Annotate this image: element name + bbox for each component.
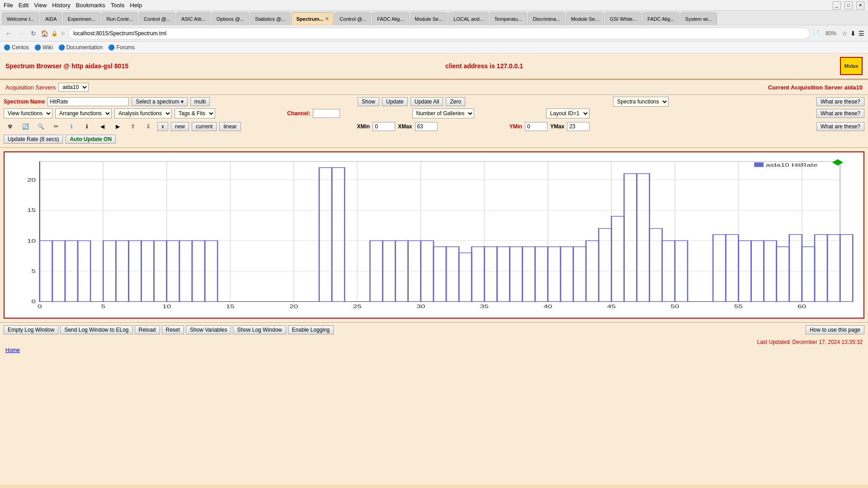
- menu-view[interactable]: View: [34, 2, 47, 9]
- browser-tab-3[interactable]: Run Contr...: [101, 12, 138, 25]
- forums-icon: 🔵: [108, 44, 115, 51]
- browser-tab-6[interactable]: Options @...: [212, 12, 249, 25]
- browser-tab-12[interactable]: LOCAL and...: [448, 12, 488, 25]
- reset-btn[interactable]: Reset: [162, 325, 184, 334]
- radiation-icon[interactable]: ☢: [4, 120, 16, 133]
- browser-tab-17[interactable]: FADC Alig...: [642, 12, 679, 25]
- spectrum-name-label: Spectrum Name: [4, 99, 45, 105]
- menu-edit[interactable]: Edit: [19, 2, 28, 9]
- browser-tab-5[interactable]: ASIC Attr...: [176, 12, 211, 25]
- reload-btn[interactable]: Reload: [135, 325, 160, 334]
- spectrum-name-input[interactable]: [47, 97, 129, 106]
- browser-tab-1[interactable]: AIDA: [40, 12, 62, 25]
- back-btn[interactable]: ←: [4, 29, 14, 38]
- home-link[interactable]: Home: [0, 345, 25, 355]
- zero-btn[interactable]: Zero: [446, 97, 465, 106]
- browser-tab-4[interactable]: Control @...: [139, 12, 175, 25]
- bookmark-centos[interactable]: 🔵 Centos: [4, 44, 29, 51]
- browser-tab-14[interactable]: Discrimina...: [528, 12, 566, 25]
- x-btn[interactable]: x: [157, 122, 168, 131]
- menu-bookmarks[interactable]: Bookmarks: [76, 2, 105, 9]
- browser-tab-10[interactable]: FADC Alig...: [372, 12, 409, 25]
- empty-log-btn[interactable]: Empty Log Window: [4, 325, 58, 334]
- minimize-btn[interactable]: _: [833, 1, 841, 9]
- info-square-icon[interactable]: ℹ: [80, 120, 93, 133]
- tab-close-btn-8[interactable]: ✕: [325, 16, 329, 21]
- xmax-input[interactable]: [415, 122, 438, 131]
- how-to-use-btn[interactable]: How to use this page: [806, 325, 864, 334]
- browser-tab-8[interactable]: Spectrum...✕: [291, 12, 334, 25]
- xmin-input[interactable]: [373, 122, 395, 131]
- channel-input[interactable]: [313, 109, 340, 118]
- home-nav-icon: 🏠: [41, 30, 48, 37]
- forward-btn[interactable]: →: [16, 29, 26, 38]
- browser-tab-7[interactable]: Statistics @...: [250, 12, 290, 25]
- menu-file[interactable]: File: [4, 2, 13, 9]
- send-log-elog-btn[interactable]: Send Log Window to ELog: [60, 325, 132, 334]
- multi-btn[interactable]: multi: [190, 97, 210, 106]
- spectra-functions-select[interactable]: Spectra functions: [613, 97, 669, 107]
- browser-tab-2[interactable]: Experimen...: [63, 12, 101, 25]
- bookmark-icon[interactable]: ☆: [842, 30, 848, 37]
- number-galleries-select[interactable]: Number of Galleries: [412, 108, 474, 118]
- show-log-window-btn[interactable]: Show Log Window: [233, 325, 286, 334]
- browser-tab-0[interactable]: Welcome t...: [2, 12, 39, 25]
- zoom-in-icon[interactable]: 🔍: [34, 120, 47, 133]
- update-rate-btn[interactable]: Update Rate (8 secs): [4, 135, 63, 144]
- arrow-right-icon[interactable]: ▶: [111, 120, 124, 133]
- svg-text:5: 5: [101, 304, 105, 309]
- bookmark-documentation[interactable]: 🔵 Documentation: [58, 44, 103, 51]
- auto-update-btn[interactable]: Auto Update ON: [66, 135, 116, 144]
- layout-id-select[interactable]: Layout ID=1: [546, 108, 590, 118]
- what-are-these-3-btn[interactable]: What are these?: [816, 122, 864, 131]
- arrange-functions-select[interactable]: Arrange functions: [55, 108, 112, 118]
- info-circle-icon[interactable]: ℹ: [65, 120, 78, 133]
- client-address: client address is 127.0.0.1: [445, 62, 523, 70]
- address-input[interactable]: [68, 28, 810, 39]
- close-btn[interactable]: ✕: [856, 1, 864, 9]
- bookmark-forums[interactable]: 🔵 Forums: [108, 44, 135, 51]
- browser-tab-13[interactable]: Temperatu...: [490, 12, 527, 25]
- browser-tab-15[interactable]: Module Se...: [566, 12, 604, 25]
- docs-icon: 🔵: [58, 44, 65, 51]
- menu-icon[interactable]: ☰: [859, 30, 864, 37]
- bookmark-wiki[interactable]: 🔵 Wiki: [34, 44, 53, 51]
- enable-logging-btn[interactable]: Enable Logging: [288, 325, 334, 334]
- menu-tools[interactable]: Tools: [111, 2, 124, 9]
- current-btn[interactable]: current: [192, 122, 217, 131]
- show-btn[interactable]: Show: [358, 97, 379, 106]
- arrow-left-icon[interactable]: ◀: [96, 120, 108, 133]
- maximize-btn[interactable]: □: [844, 1, 853, 9]
- menu-help[interactable]: Help: [130, 2, 142, 9]
- what-are-these-1-btn[interactable]: What are these?: [816, 97, 864, 106]
- arrow-down-icon[interactable]: ⇩: [142, 120, 155, 133]
- tags-fits-select[interactable]: Tags & Fits: [175, 108, 215, 118]
- ymin-label: YMin: [509, 123, 522, 130]
- update-btn[interactable]: Update: [382, 97, 408, 106]
- svg-rect-91: [754, 162, 764, 167]
- view-functions-select[interactable]: View functions: [4, 108, 52, 118]
- refresh-icon[interactable]: 🔄: [19, 120, 32, 133]
- svg-text:10: 10: [27, 238, 36, 243]
- analysis-functions-select[interactable]: Analysis functions: [114, 108, 172, 118]
- pocket-icon[interactable]: ⬇: [850, 30, 856, 37]
- arrow-up-icon[interactable]: ⇧: [127, 120, 139, 133]
- browser-tab-18[interactable]: System wi...: [680, 12, 717, 25]
- linear-btn[interactable]: linear: [219, 122, 241, 131]
- acq-server-select[interactable]: aida10: [58, 83, 89, 92]
- browser-tab-11[interactable]: Module Se...: [410, 12, 448, 25]
- browser-tab-16[interactable]: GSI White...: [605, 12, 642, 25]
- reader-icon: 📄: [813, 30, 820, 37]
- select-spectrum-btn[interactable]: Select a spectrum ▾: [132, 97, 187, 106]
- update-all-btn[interactable]: Update All: [410, 97, 443, 106]
- reload-nav-btn[interactable]: ↻: [29, 29, 38, 38]
- new-btn[interactable]: new: [171, 122, 189, 131]
- what-are-these-2-btn[interactable]: What are these?: [816, 109, 864, 118]
- menu-history[interactable]: History: [52, 2, 70, 9]
- browser-tab-9[interactable]: Control @...: [335, 12, 371, 25]
- ymax-input[interactable]: [567, 122, 590, 131]
- cut-icon[interactable]: ✂: [50, 120, 62, 133]
- show-variables-btn[interactable]: Show Variables: [186, 325, 231, 334]
- ymin-input[interactable]: [525, 122, 547, 131]
- svg-text:45: 45: [607, 304, 616, 309]
